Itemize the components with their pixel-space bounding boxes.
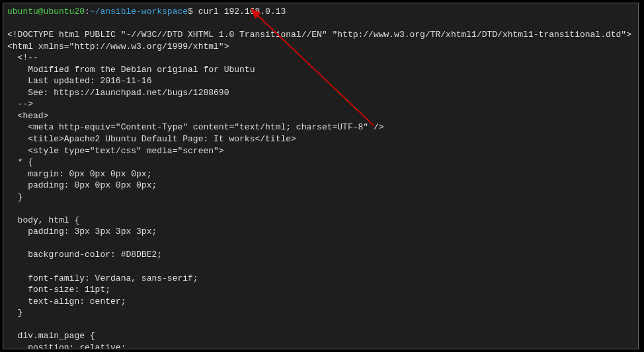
output-line: <html xmlns="http://www.w3.org/1999/xhtm…	[7, 42, 229, 52]
output-line: background-color: #D8DBE2;	[7, 250, 162, 260]
output-line: <!--	[7, 53, 38, 63]
output-line: Modified from the Debian original for Ub…	[7, 65, 255, 75]
output-line: }	[7, 192, 22, 202]
output-line: div.main_page {	[7, 331, 95, 341]
output-line: <style type="text/css" media="screen">	[7, 146, 224, 156]
output-line: * {	[7, 157, 33, 167]
output-line: }	[7, 308, 22, 318]
output-line: -->	[7, 99, 33, 109]
output-line: text-align: center;	[7, 297, 126, 306]
output-line: padding: 3px 3px 3px 3px;	[7, 227, 157, 236]
terminal-window[interactable]: ubuntu@ubuntu20:~/ansible-workspace$ cur…	[3, 3, 639, 349]
output-line: <meta http-equiv="Content-Type" content=…	[7, 122, 384, 132]
output-line: font-size: 11pt;	[7, 285, 110, 295]
output-line: <title>Apache2 Ubuntu Default Page: It w…	[7, 134, 296, 144]
prompt-path: ~/ansible-workspace	[90, 7, 188, 17]
output-line: Last updated: 2016-11-16	[7, 76, 151, 86]
prompt-separator: :	[85, 7, 90, 17]
output-line: position: relative;	[7, 343, 126, 349]
output-line: font-family: Verdana, sans-serif;	[7, 273, 198, 283]
output-line: See: https://launchpad.net/bugs/1288690	[7, 88, 229, 98]
output-line: <head>	[7, 111, 48, 121]
output-line: <!DOCTYPE html PUBLIC "-//W3C//DTD XHTML…	[7, 30, 631, 40]
output-line: padding: 0px 0px 0px 0px;	[7, 180, 157, 190]
prompt-user: ubuntu@ubuntu20	[7, 7, 85, 17]
output-line: margin: 0px 0px 0px 0px;	[7, 169, 151, 179]
command-text: curl 192.168.0.13	[198, 7, 286, 17]
output-line: body, html {	[7, 215, 79, 225]
prompt-dollar: $	[188, 7, 193, 17]
